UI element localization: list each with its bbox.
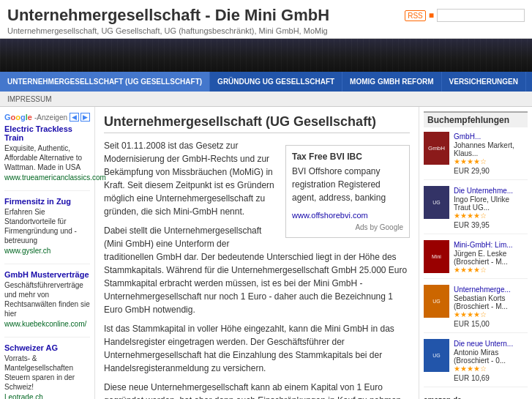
- book-info: Mini-GmbH: Lim... Jürgen E. Leske (Brosc…: [454, 240, 528, 274]
- book-item: UG Unternehmerge... Sebastian Korts (Bro…: [424, 285, 528, 333]
- ad-desc: Geschäftsführerverträge und mehr von Rec…: [4, 280, 90, 318]
- tax-box: Tax Free BVI IBC BVI Offshore company re…: [285, 145, 410, 238]
- book-author: Jürgen E. Leske (Broschiert - M...: [454, 250, 528, 266]
- search-input[interactable]: [437, 9, 525, 22]
- book-cover: UG: [424, 186, 449, 219]
- tax-box-desc: BVI Offshore company registration Regist…: [292, 165, 403, 204]
- nav-banner: [0, 39, 532, 72]
- book-stars: ★★★★☆: [454, 157, 528, 165]
- book-author: Antonio Miras (Broschiert - 0...: [454, 348, 528, 365]
- ad-desc: Erfahren Sie Standortvorteile für Firmen…: [4, 207, 90, 245]
- book-item: UG Die Unternehme... Ingo Flore, Ulrike …: [424, 186, 528, 234]
- book-price: EUR 15,00: [454, 320, 528, 328]
- book-item: Mini Mini-GmbH: Lim... Jürgen E. Leske (…: [424, 240, 528, 279]
- book-cover: UG: [424, 285, 449, 318]
- book-cover: UG: [424, 339, 449, 372]
- book-author: Ingo Flore, Ulrike Traut UG...: [454, 195, 528, 212]
- ad-item: Electric Trackless Train Exquisite, Auth…: [4, 124, 90, 191]
- google-ads-header: Google -Anzeigen ◀ ▶: [4, 113, 90, 122]
- book-info: Die Unternehme... Ingo Flore, Ulrike Tra…: [454, 186, 528, 229]
- main-content: Unternehmergesellschaft (UG Gesellschaft…: [95, 107, 419, 399]
- book-title[interactable]: Die neue Untern...: [454, 339, 528, 348]
- book-title[interactable]: Mini-GmbH: Lim...: [454, 240, 528, 250]
- content-para3: Ist das Stammkapital in voller Höhe eing…: [104, 322, 410, 375]
- book-author: Johannes Markert, Klaus...: [454, 141, 528, 157]
- buch-section-title: Buchempfehlungen: [424, 111, 528, 127]
- ad-prev[interactable]: ◀: [70, 113, 79, 122]
- content-para4: Diese neue Unternehmergesellschaft kann …: [104, 381, 410, 399]
- ad-url[interactable]: Leotrade.ch: [4, 393, 90, 399]
- impressum-link[interactable]: IMPRESSUM: [7, 95, 52, 103]
- nav-item-geschaeftskonto[interactable]: GESCHÄFTSKONTO: [526, 72, 532, 92]
- ad-url[interactable]: www.kuebekconline.com/: [4, 320, 90, 328]
- book-price: EUR 10,69: [454, 374, 528, 382]
- ad-navigation: ◀ ▶: [70, 113, 90, 122]
- book-title[interactable]: Die Unternehme...: [454, 186, 528, 195]
- book-cover: GmbH: [424, 132, 449, 165]
- site-title: Unternehmergesellschaft - Die Mini GmbH: [7, 6, 329, 25]
- ad-title[interactable]: Electric Trackless Train: [4, 124, 90, 142]
- nav-item-ug[interactable]: UNTERNEHMERGESELLSCHAFT (UG GESELLSCHAFT…: [0, 72, 210, 92]
- book-price: EUR 29,90: [454, 167, 528, 175]
- book-stars: ★★★★☆: [454, 365, 528, 373]
- ad-item: Schweizer AG Vorrats- & Mantelgesellscha…: [4, 343, 90, 399]
- nav-item-momig[interactable]: MOMIG GMBH REFORM: [342, 72, 441, 92]
- rss-feed-icon: ■: [429, 10, 434, 20]
- book-item: UG Die neue Untern... Antonio Miras (Bro…: [424, 339, 528, 387]
- header: Unternehmergesellschaft - Die Mini GmbH …: [0, 0, 532, 39]
- book-cover: Mini: [424, 240, 449, 273]
- ad-title[interactable]: Schweizer AG: [4, 343, 90, 352]
- site-subtitle: Unternehmergesellschaft, UG Gesellschaft…: [7, 26, 329, 35]
- nav-item-versicherungen[interactable]: VERSICHERUNGEN: [442, 72, 526, 92]
- book-item: GmbH GmbH... Johannes Markert, Klaus... …: [424, 132, 528, 180]
- ad-title[interactable]: Firmensitz in Zug: [4, 197, 90, 206]
- tax-box-title: Tax Free BVI IBC: [292, 152, 403, 162]
- rss-icon[interactable]: RSS: [405, 10, 426, 21]
- ad-next[interactable]: ▶: [80, 113, 90, 122]
- ad-title[interactable]: GmbH Musterverträge: [4, 270, 90, 279]
- ad-item: Firmensitz in Zug Erfahren Sie Standortv…: [4, 197, 90, 264]
- book-price: EUR 39,95: [454, 221, 528, 229]
- book-info: GmbH... Johannes Markert, Klaus... ★★★★☆…: [454, 132, 528, 175]
- nav-item-gruendung[interactable]: GRÜNDUNG UG GESELLSCHAFT: [210, 72, 342, 92]
- book-title[interactable]: Unternehmerge...: [454, 285, 528, 294]
- ad-url[interactable]: www.trueamericanclassics.com: [4, 174, 90, 182]
- content-heading: Unternehmergesellschaft (UG Gesellschaft…: [104, 114, 410, 133]
- impressum-bar: IMPRESSUM: [0, 92, 532, 107]
- amazon-logo: amazon.de: [424, 393, 528, 399]
- ad-url[interactable]: www.gysler.ch: [4, 247, 90, 255]
- right-sidebar: Buchempfehlungen GmbH GmbH... Johannes M…: [419, 107, 532, 399]
- left-sidebar: Google -Anzeigen ◀ ▶ Electric Trackless …: [0, 107, 95, 399]
- book-author: Sebastian Korts (Broschiert - M...: [454, 294, 528, 310]
- book-stars: ★★★★☆: [454, 310, 528, 318]
- amazon-section: amazon.de Widget Kopieren ★★★★ Informati…: [424, 393, 528, 399]
- ads-by-google: Ads by Google: [292, 223, 403, 231]
- ad-desc: Exquisite, Authentic, Affordable Alterna…: [4, 143, 90, 172]
- book-info: Die neue Untern... Antonio Miras (Brosch…: [454, 339, 528, 382]
- main-layout: Google -Anzeigen ◀ ▶ Electric Trackless …: [0, 107, 532, 399]
- nav: UNTERNEHMERGESELLSCHAFT (UG GESELLSCHAFT…: [0, 72, 532, 92]
- tax-box-url[interactable]: www.offshorebvi.com: [292, 211, 368, 220]
- book-info: Unternehmerge... Sebastian Korts (Brosch…: [454, 285, 528, 328]
- ad-item: GmbH Musterverträge Geschäftsführervertr…: [4, 270, 90, 338]
- book-stars: ★★★★☆: [454, 212, 528, 220]
- book-title[interactable]: GmbH...: [454, 132, 528, 141]
- google-logo: Google -Anzeigen: [4, 113, 67, 122]
- book-stars: ★★★★☆: [454, 266, 528, 274]
- ad-desc: Vorrats- & Mantelgesellschaften Steuern …: [4, 354, 90, 392]
- header-tools: RSS ■: [405, 9, 525, 22]
